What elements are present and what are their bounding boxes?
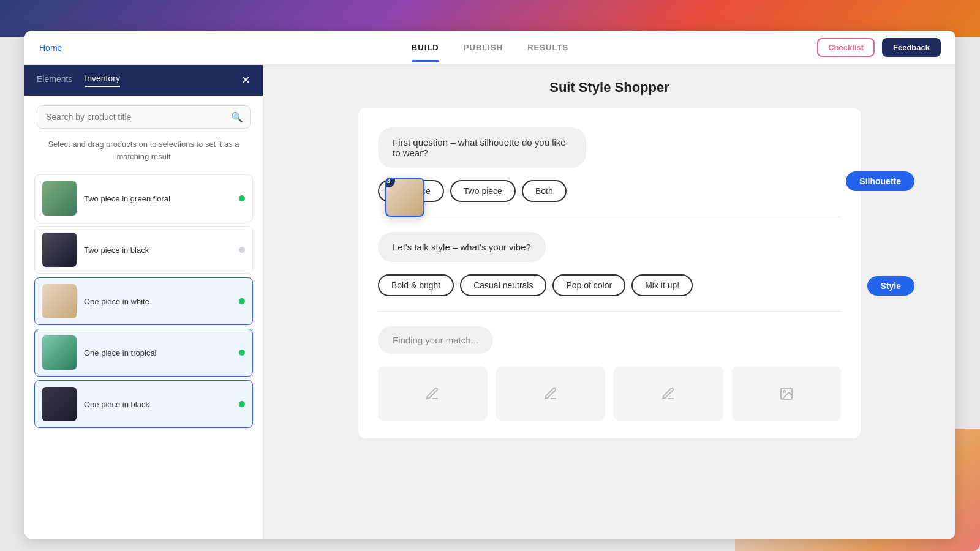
result-card-4[interactable]	[732, 366, 842, 421]
answer-bold-bright[interactable]: Bold & bright	[378, 274, 454, 296]
nav-tabs: BUILD PUBLISH RESULTS	[412, 33, 568, 62]
product-thumbnail	[42, 233, 77, 267]
answer-both[interactable]: Both	[522, 180, 567, 202]
divider-1	[378, 217, 841, 217]
sidebar-search: 🔍	[24, 96, 263, 133]
product-title: One piece in white	[84, 297, 232, 306]
app-shell: Home BUILD PUBLISH RESULTS Checklist Fee…	[24, 31, 956, 539]
result-card-1[interactable]	[378, 366, 488, 421]
question-block-1: First question – what silhouette do you …	[378, 127, 841, 202]
product-image	[42, 335, 77, 370]
question-bubble-2: Let's talk style – what's your vibe?	[378, 232, 546, 262]
nav-actions: Checklist Feedback	[817, 38, 941, 57]
quiz-area: First question – what silhouette do you …	[358, 108, 861, 438]
sidebar-header: Elements Inventory ✕	[24, 65, 263, 96]
product-title: One piece in black	[84, 400, 232, 409]
search-wrapper: 🔍	[37, 105, 251, 129]
divider-2	[378, 311, 841, 312]
product-thumbnail	[42, 284, 77, 318]
answer-two-piece[interactable]: Two piece	[450, 180, 516, 202]
feedback-button[interactable]: Feedback	[882, 38, 941, 57]
close-icon[interactable]: ✕	[241, 75, 251, 86]
list-item[interactable]: One piece in black	[34, 380, 253, 428]
tab-results[interactable]: RESULTS	[527, 33, 568, 62]
product-title: One piece in tropical	[84, 348, 232, 358]
search-icon: 🔍	[231, 111, 243, 123]
product-image	[42, 181, 77, 216]
question-text-2: Let's talk style – what's your vibe?	[393, 242, 531, 252]
question-text-1: First question – what silhouette do you …	[393, 137, 566, 158]
status-dot	[239, 195, 245, 201]
result-card-2[interactable]	[496, 366, 606, 421]
answer-pop-of-color[interactable]: Pop of color	[552, 274, 625, 296]
finding-text: Finding your match...	[393, 335, 478, 345]
answer-casual-neutrals[interactable]: Casual neutrals	[460, 274, 546, 296]
sidebar-tab-elements[interactable]: Elements	[37, 74, 72, 86]
answer-mix-it-up[interactable]: Mix it up!	[631, 274, 693, 296]
finding-section: Finding your match...	[378, 326, 841, 421]
product-image	[42, 233, 77, 267]
silhouette-label[interactable]: Silhouette	[846, 171, 914, 191]
main-content: Suit Style Shopper First question – what…	[263, 65, 956, 539]
status-dot	[239, 298, 245, 304]
result-card-3[interactable]	[614, 366, 723, 421]
home-link[interactable]: Home	[39, 43, 62, 53]
drag-ghost: 3	[385, 178, 424, 217]
status-dot	[239, 401, 245, 407]
search-input[interactable]	[37, 105, 251, 129]
style-label[interactable]: Style	[867, 276, 914, 296]
results-row	[378, 366, 841, 421]
list-item[interactable]: One piece in tropical	[34, 329, 253, 377]
list-item[interactable]: Two piece in black	[34, 226, 253, 274]
answer-row-1: One piece Two piece Both 3	[378, 180, 755, 202]
question-block-2: Let's talk style – what's your vibe? Bol…	[378, 232, 841, 296]
finding-bubble: Finding your match...	[378, 326, 493, 354]
body-area: Elements Inventory ✕ 🔍 Select and drag p…	[24, 65, 956, 539]
sidebar-hint: Select and drag products on to selection…	[24, 133, 263, 172]
svg-point-1	[783, 391, 785, 392]
tab-publish[interactable]: PUBLISH	[464, 33, 503, 62]
list-item[interactable]: Two piece in green floral	[34, 174, 253, 222]
sidebar: Elements Inventory ✕ 🔍 Select and drag p…	[24, 65, 263, 539]
top-nav: Home BUILD PUBLISH RESULTS Checklist Fee…	[24, 31, 956, 65]
product-image	[42, 284, 77, 318]
question-bubble-1: First question – what silhouette do you …	[378, 127, 586, 168]
product-thumbnail	[42, 181, 77, 216]
sidebar-tab-inventory[interactable]: Inventory	[85, 73, 120, 87]
list-item[interactable]: One piece in white	[34, 277, 253, 325]
page-title: Suit Style Shopper	[549, 80, 669, 96]
product-thumbnail	[42, 387, 77, 421]
status-dot	[239, 350, 245, 356]
tab-build[interactable]: BUILD	[412, 33, 439, 62]
product-thumbnail	[42, 335, 77, 370]
product-list: Two piece in green floral Two piece in b…	[24, 172, 263, 539]
product-image	[42, 387, 77, 421]
answer-row-2: Bold & bright Casual neutrals Pop of col…	[378, 274, 755, 296]
status-dot	[239, 247, 245, 253]
product-title: Two piece in green floral	[84, 194, 232, 203]
checklist-button[interactable]: Checklist	[817, 38, 875, 57]
drag-badge: 3	[385, 178, 395, 187]
product-title: Two piece in black	[84, 246, 232, 255]
